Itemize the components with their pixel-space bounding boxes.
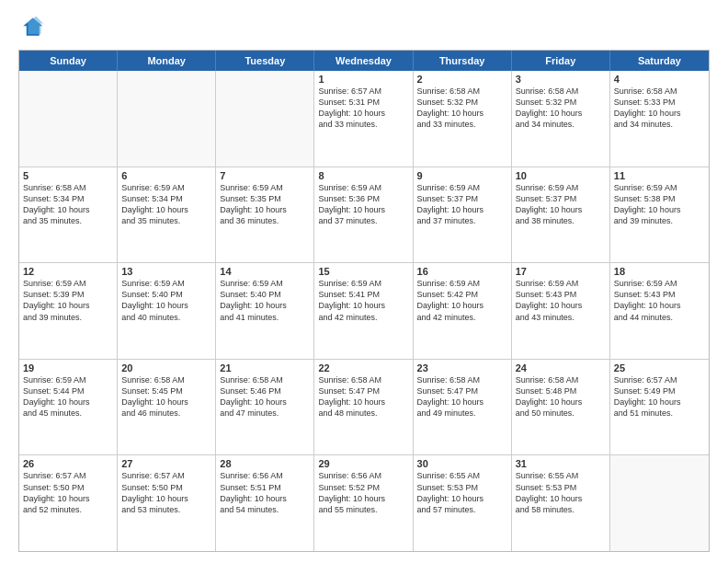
calendar-header: SundayMondayTuesdayWednesdayThursdayFrid…: [19, 51, 709, 71]
cell-line: Daylight: 10 hours: [516, 493, 606, 504]
cell-line: and 54 minutes.: [220, 504, 310, 515]
day-number: 23: [417, 362, 507, 373]
cell-line: Daylight: 10 hours: [516, 300, 606, 311]
cell-line: Daylight: 10 hours: [614, 396, 705, 408]
calendar-cell: 10Sunrise: 6:59 AMSunset: 5:37 PMDayligh…: [512, 167, 610, 263]
cell-line: Sunset: 5:32 PM: [417, 97, 507, 108]
calendar-cell: 22Sunrise: 6:58 AMSunset: 5:47 PMDayligh…: [314, 360, 413, 455]
cell-line: Sunset: 5:37 PM: [516, 193, 606, 204]
cell-line: and 53 minutes.: [121, 504, 211, 515]
cell-line: Daylight: 10 hours: [318, 396, 408, 408]
cell-line: Sunrise: 6:58 AM: [417, 86, 507, 97]
calendar-cell: [19, 71, 118, 167]
cell-line: Sunrise: 6:59 AM: [23, 278, 113, 289]
cell-line: Sunrise: 6:58 AM: [318, 374, 408, 385]
cell-line: Daylight: 10 hours: [220, 300, 310, 311]
cell-line: and 39 minutes.: [23, 312, 113, 323]
calendar-cell: 20Sunrise: 6:58 AMSunset: 5:45 PMDayligh…: [118, 360, 216, 455]
header-cell-sunday: Sunday: [19, 51, 118, 71]
cell-line: and 37 minutes.: [318, 215, 408, 226]
cell-line: Sunset: 5:43 PM: [516, 289, 606, 300]
day-number: 19: [23, 362, 113, 373]
cell-line: and 42 minutes.: [318, 312, 408, 323]
header-cell-monday: Monday: [118, 51, 216, 71]
cell-line: and 46 minutes.: [121, 408, 211, 419]
cell-line: Sunrise: 6:58 AM: [417, 374, 507, 385]
calendar-cell: 21Sunrise: 6:58 AMSunset: 5:46 PMDayligh…: [216, 360, 314, 455]
calendar-cell: 9Sunrise: 6:59 AMSunset: 5:37 PMDaylight…: [414, 167, 512, 263]
cell-line: Sunset: 5:46 PM: [220, 385, 310, 396]
day-number: 17: [516, 266, 606, 277]
cell-line: and 41 minutes.: [220, 312, 310, 323]
calendar-cell: 4Sunrise: 6:58 AMSunset: 5:33 PMDaylight…: [610, 71, 709, 167]
cell-line: Daylight: 10 hours: [23, 493, 113, 504]
calendar-cell: 12Sunrise: 6:59 AMSunset: 5:39 PMDayligh…: [19, 263, 118, 359]
cell-line: Daylight: 10 hours: [121, 204, 211, 215]
day-number: 22: [318, 362, 408, 373]
header-cell-friday: Friday: [512, 51, 610, 71]
cell-line: Sunrise: 6:56 AM: [220, 470, 310, 481]
calendar-cell: [216, 71, 314, 167]
day-number: 3: [516, 74, 606, 85]
cell-line: Daylight: 10 hours: [318, 493, 408, 504]
cell-line: Sunset: 5:40 PM: [121, 289, 211, 300]
cell-line: Daylight: 10 hours: [516, 204, 606, 215]
logo-icon: [18, 15, 44, 40]
header: [18, 15, 710, 40]
cell-line: Sunset: 5:42 PM: [417, 289, 507, 300]
cell-line: and 38 minutes.: [516, 215, 606, 226]
cell-line: Sunrise: 6:58 AM: [121, 374, 211, 385]
day-number: 25: [614, 362, 705, 373]
page: SundayMondayTuesdayWednesdayThursdayFrid…: [0, 0, 728, 563]
cell-line: and 48 minutes.: [318, 408, 408, 419]
cell-line: and 40 minutes.: [121, 312, 211, 323]
cell-line: Daylight: 10 hours: [516, 108, 606, 119]
day-number: 18: [614, 266, 705, 277]
cell-line: Daylight: 10 hours: [318, 300, 408, 311]
calendar-cell: 14Sunrise: 6:59 AMSunset: 5:40 PMDayligh…: [216, 263, 314, 359]
calendar-row: 26Sunrise: 6:57 AMSunset: 5:50 PMDayligh…: [19, 455, 709, 551]
cell-line: Sunrise: 6:59 AM: [318, 182, 408, 193]
cell-line: Sunset: 5:36 PM: [318, 193, 408, 204]
day-number: 26: [23, 458, 113, 469]
cell-line: Sunrise: 6:58 AM: [23, 182, 113, 193]
cell-line: Sunset: 5:52 PM: [318, 482, 408, 493]
cell-line: Sunset: 5:34 PM: [121, 193, 211, 204]
cell-line: Daylight: 10 hours: [121, 396, 211, 408]
cell-line: Sunset: 5:38 PM: [614, 193, 705, 204]
cell-line: Sunrise: 6:59 AM: [220, 278, 310, 289]
cell-line: Sunset: 5:47 PM: [417, 385, 507, 396]
calendar-row: 19Sunrise: 6:59 AMSunset: 5:44 PMDayligh…: [19, 360, 709, 456]
calendar-row: 5Sunrise: 6:58 AMSunset: 5:34 PMDaylight…: [19, 167, 709, 264]
day-number: 1: [318, 74, 408, 85]
cell-line: Sunrise: 6:59 AM: [417, 182, 507, 193]
day-number: 28: [220, 458, 310, 469]
cell-line: Sunset: 5:44 PM: [23, 385, 113, 396]
calendar-cell: 7Sunrise: 6:59 AMSunset: 5:35 PMDaylight…: [216, 167, 314, 263]
calendar-cell: 25Sunrise: 6:57 AMSunset: 5:49 PMDayligh…: [610, 360, 709, 455]
day-number: 2: [417, 74, 507, 85]
cell-line: Daylight: 10 hours: [220, 493, 310, 504]
cell-line: Sunset: 5:34 PM: [23, 193, 113, 204]
cell-line: Sunset: 5:49 PM: [614, 385, 705, 396]
cell-line: Sunset: 5:39 PM: [23, 289, 113, 300]
cell-line: Sunrise: 6:59 AM: [417, 278, 507, 289]
day-number: 24: [516, 362, 606, 373]
calendar-cell: 13Sunrise: 6:59 AMSunset: 5:40 PMDayligh…: [118, 263, 216, 359]
cell-line: Daylight: 10 hours: [614, 204, 705, 215]
cell-line: Sunrise: 6:59 AM: [516, 278, 606, 289]
calendar-cell: 6Sunrise: 6:59 AMSunset: 5:34 PMDaylight…: [118, 167, 216, 263]
cell-line: Sunset: 5:40 PM: [220, 289, 310, 300]
cell-line: Daylight: 10 hours: [417, 108, 507, 119]
cell-line: and 50 minutes.: [516, 408, 606, 419]
day-number: 27: [121, 458, 211, 469]
cell-line: Sunset: 5:33 PM: [614, 97, 705, 108]
day-number: 21: [220, 362, 310, 373]
cell-line: Sunset: 5:41 PM: [318, 289, 408, 300]
calendar-row: 1Sunrise: 6:57 AMSunset: 5:31 PMDaylight…: [19, 71, 709, 167]
calendar-container: SundayMondayTuesdayWednesdayThursdayFrid…: [18, 50, 710, 552]
cell-line: Sunrise: 6:57 AM: [23, 470, 113, 481]
cell-line: Sunrise: 6:58 AM: [516, 374, 606, 385]
calendar-row: 12Sunrise: 6:59 AMSunset: 5:39 PMDayligh…: [19, 263, 709, 360]
calendar-cell: 23Sunrise: 6:58 AMSunset: 5:47 PMDayligh…: [414, 360, 512, 455]
